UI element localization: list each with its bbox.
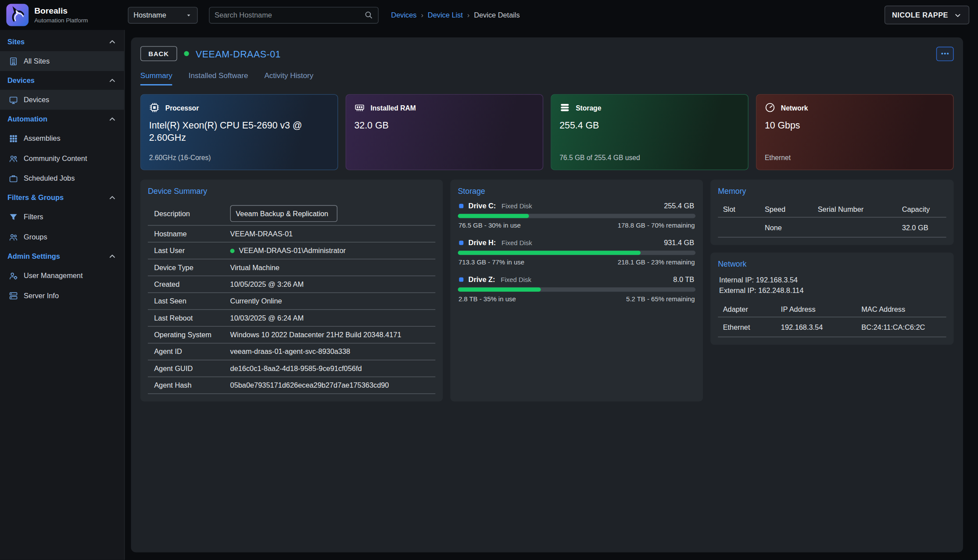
brand: Borealis Automation Platform <box>0 4 125 26</box>
memory-panel: Memory Slot Speed Serial Number Capacity… <box>710 179 953 245</box>
tab-activity-history[interactable]: Activity History <box>264 71 313 86</box>
processor-card: Processor Intel(R) Xeon(R) CPU E5-2690 v… <box>140 94 338 170</box>
drive-type: Fixed Disk <box>501 275 531 283</box>
sidebar-item-all-sites[interactable]: All Sites <box>0 51 124 71</box>
drive-size: 255.4 GB <box>664 202 694 210</box>
external-ip: External IP: 162.248.8.114 <box>718 285 946 296</box>
more-actions-button[interactable] <box>936 46 954 61</box>
back-button[interactable]: BACK <box>140 46 177 61</box>
row-value: 10/03/2025 @ 6:24 AM <box>230 314 304 322</box>
description-input[interactable] <box>230 205 338 222</box>
card-label: Processor <box>165 104 199 111</box>
sidebar-section-sites[interactable]: Sites <box>0 32 124 51</box>
summary-row: Hostname VEEAM-DRAAS-01 <box>148 226 435 243</box>
row-label: Agent GUID <box>154 365 230 372</box>
row-label: Description <box>154 210 230 217</box>
device-header: BACK VEEAM-DRAAS-01 <box>140 46 954 61</box>
card-head: Processor <box>149 102 330 113</box>
panel-title: Memory <box>718 187 946 196</box>
user-menu-button[interactable]: NICOLE RAPPE <box>885 6 969 25</box>
breadcrumb-device-list[interactable]: Device List <box>428 11 463 19</box>
breadcrumb-separator: › <box>467 11 469 19</box>
breadcrumb-separator: › <box>421 11 423 19</box>
drive-name: Drive H: <box>469 239 496 246</box>
drive-used-label: 713.3 GB - 77% in use <box>459 258 524 266</box>
drive-bullet-icon <box>459 203 463 208</box>
drive-type: Fixed Disk <box>502 239 532 246</box>
panel-title: Storage <box>458 187 695 196</box>
sidebar-section-devices[interactable]: Devices <box>0 71 124 90</box>
summary-row-description: Description <box>148 202 435 226</box>
drive-used-label: 2.8 TB - 35% in use <box>459 295 516 302</box>
row-label: Created <box>154 281 230 288</box>
user-gear-icon <box>9 271 18 280</box>
sidebar-item-label: User Management <box>24 272 82 279</box>
breadcrumb-current: Device Details <box>474 11 519 19</box>
drive-usage-bar <box>458 250 695 255</box>
dropdown-selected-value: Hostname <box>133 11 166 19</box>
drive-type: Fixed Disk <box>502 202 532 210</box>
row-value: 05ba0e7935171d626ecea29b27d7ae175363cd90 <box>230 381 389 389</box>
user-name: NICOLE RAPPE <box>892 11 948 19</box>
drive-head: Drive H: Fixed Disk 931.4 GB <box>458 239 695 246</box>
brand-name: Borealis <box>34 7 88 17</box>
internal-ip: Internal IP: 192.168.3.54 <box>718 275 946 285</box>
drive-remaining-label: 5.2 TB - 65% remaining <box>626 295 695 302</box>
card-value: 32.0 GB <box>354 119 534 132</box>
storage-panel: Storage Drive C: Fixed Disk 255.4 GB 76.… <box>450 179 703 401</box>
row-label: Operating System <box>154 331 230 339</box>
section-label: Admin Settings <box>7 253 60 260</box>
sidebar: Sites All Sites Devices Devices Automati… <box>0 30 125 560</box>
sidebar-section-filters-groups[interactable]: Filters & Groups <box>0 188 124 207</box>
card-label: Storage <box>576 104 601 111</box>
cell-capacity: 32.0 GB <box>902 224 942 231</box>
network-table-header: Adapter IP Address MAC Address <box>718 302 946 318</box>
summary-row: Last Seen Currently Online <box>148 293 435 310</box>
summary-row: Operating System Windows 10 2022 Datacen… <box>148 327 435 343</box>
network-table-row: Ethernet 192.168.3.54 BC:24:11:CA:C6:2C <box>718 317 946 337</box>
sidebar-item-server-info[interactable]: Server Info <box>0 285 124 305</box>
search-input[interactable] <box>215 11 361 19</box>
column-header: Capacity <box>902 206 942 213</box>
row-label: Hostname <box>154 230 230 238</box>
search-field-dropdown[interactable]: Hostname <box>128 7 197 23</box>
chevron-down-icon <box>954 11 962 19</box>
row-value: Windows 10 2022 Datacenter 21H2 Build 20… <box>230 331 401 339</box>
sidebar-item-community-content[interactable]: Community Content <box>0 148 124 168</box>
row-value: 10/05/2025 @ 3:26 AM <box>230 280 304 288</box>
row-label: Agent Hash <box>154 382 230 389</box>
summary-row: Last User VEEAM-DRAAS-01\Administrator <box>148 243 435 259</box>
sidebar-item-filters[interactable]: Filters <box>0 207 124 227</box>
sidebar-item-scheduled-jobs[interactable]: Scheduled Jobs <box>0 168 124 188</box>
summary-row: Last Reboot 10/03/2025 @ 6:24 AM <box>148 310 435 327</box>
brand-subtitle: Automation Platform <box>34 17 88 24</box>
section-label: Automation <box>7 115 47 123</box>
row-label: Last Seen <box>154 297 230 305</box>
card-footer: 2.60GHz (16-Cores) <box>149 154 330 162</box>
device-details-panel: BACK VEEAM-DRAAS-01 Summary Installed So… <box>131 37 963 552</box>
sidebar-item-label: All Sites <box>24 57 50 65</box>
card-value: 255.4 GB <box>559 119 740 132</box>
sidebar-item-devices[interactable]: Devices <box>0 90 124 110</box>
cell-serial <box>818 224 902 231</box>
sidebar-item-assemblies[interactable]: Assemblies <box>0 128 124 148</box>
sidebar-item-user-management[interactable]: User Management <box>0 266 124 285</box>
building-icon <box>9 57 18 66</box>
sidebar-section-automation[interactable]: Automation <box>0 110 124 128</box>
online-status-dot <box>230 249 235 253</box>
chevron-up-icon <box>108 193 117 202</box>
column-header: Serial Number <box>818 206 902 213</box>
cell-ip: 192.168.3.54 <box>781 324 861 331</box>
drive-usage-bar <box>458 287 695 292</box>
sidebar-item-groups[interactable]: Groups <box>0 227 124 246</box>
funnel-icon <box>9 212 18 221</box>
card-footer: 76.5 GB of 255.4 GB used <box>559 154 740 162</box>
brand-text: Borealis Automation Platform <box>34 7 88 24</box>
sidebar-section-admin-settings[interactable]: Admin Settings <box>0 247 124 266</box>
breadcrumb-devices[interactable]: Devices <box>391 11 416 19</box>
tab-summary[interactable]: Summary <box>140 71 172 86</box>
row-value: de16c0c1-8aa2-4d18-9585-9ce91cf056fd <box>230 364 362 372</box>
chevron-up-icon <box>108 252 117 260</box>
drive-usage-bar <box>458 214 695 218</box>
tab-installed-software[interactable]: Installed Software <box>189 71 248 86</box>
